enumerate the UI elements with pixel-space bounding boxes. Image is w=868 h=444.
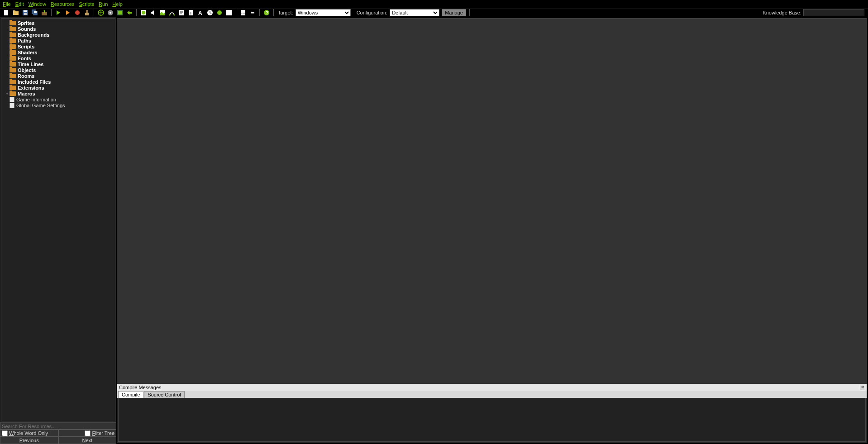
tree-item-macros[interactable]: +Macros xyxy=(1,91,115,96)
menu-run[interactable]: Run xyxy=(99,1,108,7)
tree-item-paths[interactable]: Paths xyxy=(1,38,115,43)
tab-source-control[interactable]: Source Control xyxy=(144,391,184,398)
config-label: Configuration: xyxy=(357,10,388,15)
compile-titlebar[interactable]: Compile Messages ⊠ xyxy=(117,384,867,391)
global-settings-icon[interactable] xyxy=(249,9,256,16)
new-timeline-icon[interactable] xyxy=(206,9,214,16)
svg-point-28 xyxy=(217,10,222,15)
toolbar-separator xyxy=(236,9,236,16)
folder-icon xyxy=(10,38,16,43)
menu-file[interactable]: File xyxy=(3,1,11,7)
run-icon[interactable] xyxy=(55,9,62,16)
tree-item-scripts[interactable]: Scripts xyxy=(1,43,115,49)
svg-rect-35 xyxy=(243,14,245,14)
game-info-icon[interactable] xyxy=(239,9,247,16)
new-project-icon[interactable] xyxy=(3,9,10,16)
menu-edit[interactable]: Edit xyxy=(15,1,24,7)
extension-icon[interactable] xyxy=(126,9,133,16)
tab-compile[interactable]: Compile xyxy=(118,391,143,398)
svg-rect-36 xyxy=(251,11,252,11)
next-button[interactable]: Next xyxy=(58,437,117,444)
compile-tabs: Compile Source Control xyxy=(117,391,867,398)
folder-icon xyxy=(10,44,16,49)
svg-rect-11 xyxy=(86,10,88,13)
new-sprite-icon[interactable] xyxy=(140,9,147,16)
kb-input[interactable] xyxy=(803,9,864,16)
svg-text:?: ? xyxy=(266,10,268,15)
new-sound-icon[interactable] xyxy=(149,9,157,16)
tree-item-backgrounds[interactable]: Backgrounds xyxy=(1,32,115,38)
tree-item-extensions[interactable]: Extensions xyxy=(1,85,115,91)
help-icon[interactable]: ? xyxy=(263,9,270,16)
tree-item-rooms[interactable]: Rooms xyxy=(1,73,115,79)
folder-icon xyxy=(10,62,16,67)
svg-rect-37 xyxy=(251,12,254,13)
tree-item-label: Game Information xyxy=(16,97,56,102)
manage-button[interactable]: Manage xyxy=(442,9,466,16)
export-icon[interactable] xyxy=(41,9,48,16)
workspace: Compile Messages ⊠ Compile Source Contro… xyxy=(117,18,867,443)
compile-output[interactable] xyxy=(118,398,866,442)
search-input[interactable] xyxy=(0,423,116,430)
tree-item-fonts[interactable]: Fonts xyxy=(1,55,115,61)
document-icon xyxy=(10,103,14,108)
tree-item-label: Extensions xyxy=(18,85,44,91)
clean-icon[interactable] xyxy=(83,9,91,16)
web-server-icon[interactable] xyxy=(97,9,105,16)
svg-point-10 xyxy=(75,10,80,15)
save-all-icon[interactable] xyxy=(31,9,38,16)
folder-icon xyxy=(10,86,16,90)
save-icon[interactable] xyxy=(22,9,29,16)
svg-rect-31 xyxy=(241,11,243,11)
tree-item-sprites[interactable]: Sprites xyxy=(1,20,115,26)
toolbar: T A ? Target: Windows Configuration: Def… xyxy=(0,8,868,17)
config-select[interactable]: Default xyxy=(390,9,439,16)
svg-point-21 xyxy=(169,14,171,16)
new-room-icon[interactable] xyxy=(225,9,233,16)
stop-icon[interactable] xyxy=(74,9,81,16)
tree-item-label: Macros xyxy=(18,91,35,96)
tree-item-time-lines[interactable]: Time Lines xyxy=(1,61,115,67)
menu-window[interactable]: Window xyxy=(29,1,46,7)
tree-item-game-information[interactable]: Game Information xyxy=(1,96,115,102)
device-icon[interactable] xyxy=(107,9,114,16)
previous-button[interactable]: Previous xyxy=(0,437,58,444)
tree-item-sounds[interactable]: Sounds xyxy=(1,26,115,32)
whole-word-checkbox[interactable]: Whole Word Only xyxy=(0,430,58,437)
folder-icon xyxy=(10,27,16,31)
toolbar-separator xyxy=(259,9,260,16)
debug-icon[interactable] xyxy=(64,9,72,16)
tree-item-shaders[interactable]: Shaders xyxy=(1,49,115,55)
resource-tree[interactable]: SpritesSoundsBackgroundsPathsScriptsShad… xyxy=(1,18,115,421)
new-script-icon[interactable] xyxy=(178,9,185,16)
tree-item-label: Rooms xyxy=(18,73,34,79)
close-icon[interactable]: ⊠ xyxy=(860,385,865,390)
main-area: SpritesSoundsBackgroundsPathsScriptsShad… xyxy=(0,17,868,444)
canvas-area[interactable] xyxy=(117,19,867,384)
tree-item-included-files[interactable]: Included Files xyxy=(1,79,115,85)
tree-item-global-game-settings[interactable]: Global Game Settings xyxy=(1,102,115,108)
menu-resources[interactable]: Resources xyxy=(51,1,75,7)
filter-tree-checkbox[interactable]: Filter Tree xyxy=(58,430,117,437)
tree-item-label: Included Files xyxy=(18,79,51,85)
expander-icon[interactable]: + xyxy=(5,91,10,96)
tree-item-objects[interactable]: Objects xyxy=(1,67,115,73)
svg-rect-29 xyxy=(226,10,232,15)
target-select[interactable]: Windows xyxy=(296,9,351,16)
new-path-icon[interactable] xyxy=(168,9,176,16)
new-background-icon[interactable] xyxy=(159,9,166,16)
svg-rect-32 xyxy=(241,12,245,12)
folder-icon xyxy=(10,91,16,96)
menu-scripts[interactable]: Scripts xyxy=(79,1,94,7)
new-shader-icon[interactable]: T xyxy=(187,9,195,16)
game-options-icon[interactable] xyxy=(116,9,124,16)
svg-text:T: T xyxy=(190,11,192,15)
menu-help[interactable]: Help xyxy=(112,1,123,7)
compile-title: Compile Messages xyxy=(119,385,162,390)
svg-rect-4 xyxy=(24,10,27,12)
menu-bar: File Edit Window Resources Scripts Run H… xyxy=(0,0,868,8)
svg-rect-5 xyxy=(24,13,27,15)
new-font-icon[interactable]: A xyxy=(197,9,204,16)
open-project-icon[interactable] xyxy=(12,9,19,16)
new-object-icon[interactable] xyxy=(216,9,223,16)
